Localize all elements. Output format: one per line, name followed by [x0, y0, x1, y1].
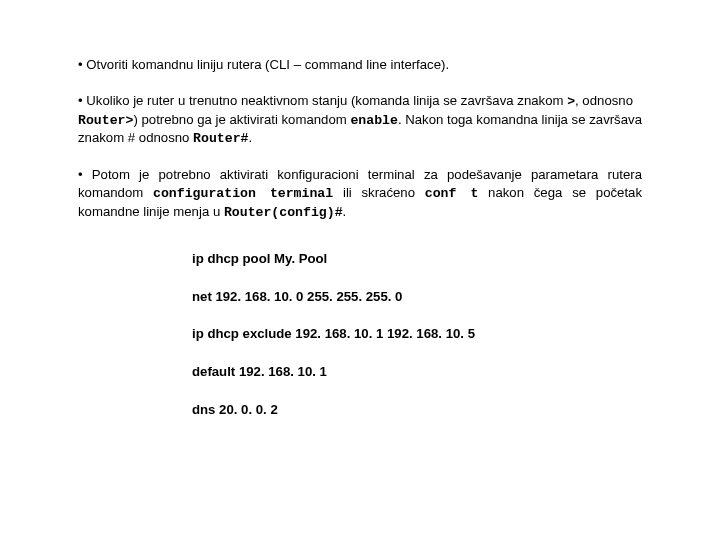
- bullet-2: • Ukoliko je ruter u trenutno neaktivnom…: [78, 92, 642, 148]
- inline-code-router-hash: Router#: [193, 131, 248, 146]
- cmd-exclude: ip dhcp exclude 192. 168. 10. 1 192. 168…: [192, 325, 642, 343]
- inline-code-router-config: Router(config)#: [224, 205, 343, 220]
- inline-code-conf-terminal: configuration terminal: [153, 186, 333, 201]
- bullet-1: • Otvoriti komandnu liniju rutera (CLI –…: [78, 56, 642, 74]
- bullet-3-text-b: ili skraćeno: [333, 185, 425, 200]
- cmd-net: net 192. 168. 10. 0 255. 255. 255. 0: [192, 288, 642, 306]
- inline-code-enable: enable: [350, 113, 397, 128]
- inline-code-router-prompt: Router>: [78, 113, 133, 128]
- inline-code-gt: >: [567, 94, 575, 109]
- command-block: ip dhcp pool My. Pool net 192. 168. 10. …: [192, 250, 642, 419]
- bullet-2-text-c: ) potrebno ga je aktivirati komandom: [133, 112, 350, 127]
- cmd-default: default 192. 168. 10. 1: [192, 363, 642, 381]
- bullet-1-text: • Otvoriti komandnu liniju rutera (CLI –…: [78, 57, 449, 72]
- bullet-2-text-e: .: [249, 130, 253, 145]
- bullet-2-text-a: • Ukoliko je ruter u trenutno neaktivnom…: [78, 93, 567, 108]
- cmd-pool: ip dhcp pool My. Pool: [192, 250, 642, 268]
- bullet-3: • Potom je potrebno aktivirati konfigura…: [78, 166, 642, 221]
- slide-body: • Otvoriti komandnu liniju rutera (CLI –…: [0, 0, 720, 540]
- bullet-3-text-d: .: [343, 204, 347, 219]
- cmd-dns: dns 20. 0. 0. 2: [192, 401, 642, 419]
- bullet-2-text-b: , odnosno: [575, 93, 633, 108]
- inline-code-conf-t: conf t: [425, 186, 479, 201]
